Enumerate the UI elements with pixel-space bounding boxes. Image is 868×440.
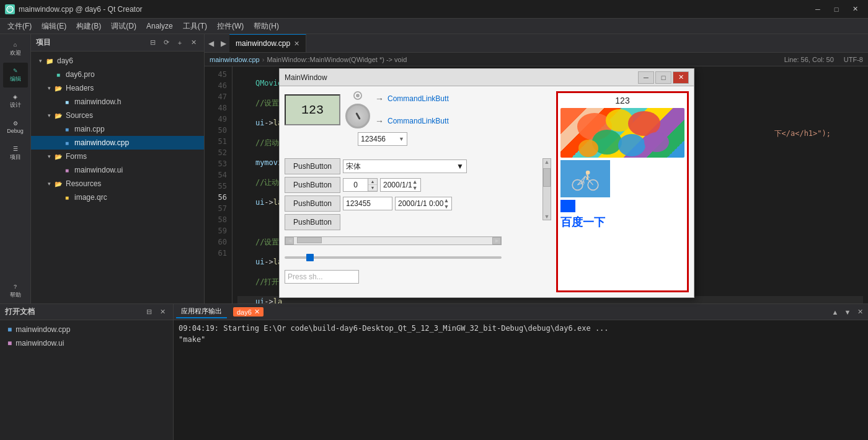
menu-analyze[interactable]: Analyze [141,20,178,32]
output-scroll-up[interactable]: ▲ [830,307,841,318]
tab-prev-button[interactable]: ◀ [205,34,217,53]
slider-thumb[interactable] [306,254,314,261]
open-doc-mainwindow-ui[interactable]: ■ mainwindow.ui [0,336,173,350]
menu-build[interactable]: 构建(B) [71,19,106,34]
sidebar-debug[interactable]: ⚙ Debug [3,115,28,140]
tab-close-mainwindow-cpp[interactable]: ✕ [294,40,299,48]
horizontal-scrollbar[interactable]: ◀ ▶ [285,236,502,245]
scrollbar-v-up[interactable]: ▲ [544,159,550,165]
spin-down-button[interactable]: ▼ [368,185,377,191]
vertical-scrollbar[interactable]: ▲ ▼ [542,158,551,220]
datetime-edit[interactable]: 2000/1/1 0:00 ▲ ▼ [395,197,452,210]
welcome-label: 欢迎 [10,49,21,57]
minimize-button[interactable]: ─ [810,3,826,16]
combo-box[interactable]: 123456 ▼ [358,132,407,146]
scrollbar-thumb-h[interactable] [297,237,322,243]
date-down-icon[interactable]: ▼ [412,185,418,191]
date-up-icon[interactable]: ▲ [412,179,418,185]
datetime-up-icon[interactable]: ▲ [443,197,449,204]
sidebar-project[interactable]: ☰ 项目 [3,141,28,166]
cmd-link-button-1[interactable]: → CommandLinkButt [375,94,449,104]
line-num-53: 53 [205,158,227,169]
tree-item-mainwindow-h[interactable]: ■ mainwindow.h [31,95,204,109]
spin-box[interactable]: 0 ▲ ▼ [343,178,378,192]
close-button[interactable]: ✕ [847,3,863,16]
tree-item-forms-label: Forms [66,152,87,161]
maximize-button[interactable]: □ [828,3,844,16]
dial-widget[interactable] [345,104,370,128]
filter-icon[interactable]: ⊟ [147,37,158,48]
tree-item-mainwindow-cpp[interactable]: ■ mainwindow.cpp [31,136,204,150]
datetime-spinners[interactable]: ▲ ▼ [443,197,449,210]
push-buttons-col: PushButton 宋体 ▼ PushButton 0 [285,158,467,230]
expand-arrow-sources: ▾ [45,112,53,119]
output-badge-close[interactable]: ✕ [254,308,260,316]
push-button-3[interactable]: PushButton [285,195,340,212]
tree-item-resources[interactable]: ▾ 📂 Resources [31,177,204,191]
editor-header: mainwindow.cpp › MainWindow::MainWindow(… [205,53,868,66]
forms-folder-icon: 📂 [53,151,63,161]
cmd-link-button-2[interactable]: → CommandLinkButt [375,116,449,126]
open-docs-filter-icon[interactable]: ⊟ [143,307,154,318]
text-input[interactable]: 123455 [343,197,392,210]
menu-debug[interactable]: 调试(D) [106,19,141,34]
colorful-blobs-svg [560,108,684,158]
tree-item-sources[interactable]: ▾ 📂 Sources [31,109,204,122]
menu-edit[interactable]: 编辑(E) [37,19,71,34]
scrollbar-v-down[interactable]: ▼ [544,213,550,220]
tree-item-main-cpp[interactable]: ■ main.cpp [31,122,204,136]
datetime-down-icon[interactable]: ▼ [443,204,449,210]
tree-item-day6[interactable]: ▾ 📁 day6 [31,54,204,68]
spin-controls[interactable]: ▲ ▼ [368,179,377,191]
key-sequence-edit[interactable]: Press sh... [285,270,359,284]
horizontal-slider[interactable] [285,251,502,264]
close-panel-icon[interactable]: ✕ [188,37,199,48]
tree-item-image-qrc[interactable]: ■ image.qrc [31,191,204,204]
dialog-minimize-button[interactable]: ─ [638,71,654,84]
dialog-divider-1 [285,150,551,155]
tree-item-mainwindow-ui[interactable]: ■ mainwindow.ui [31,163,204,177]
menu-tools[interactable]: 工具(T) [178,19,212,34]
preview-baidu-link[interactable]: 百度一下 [560,215,684,230]
output-close[interactable]: ✕ [854,307,866,318]
tree-item-forms[interactable]: ▾ 📂 Forms [31,150,204,163]
tab-next-button[interactable]: ▶ [217,34,229,53]
menu-file[interactable]: 文件(F) [2,19,37,34]
output-scroll-down[interactable]: ▼ [842,307,853,318]
date-spinners[interactable]: ▲ ▼ [412,179,418,191]
sync-icon[interactable]: ⟳ [161,37,172,48]
sidebar-edit[interactable]: ✎ 编辑 [3,63,28,88]
slider-track[interactable] [285,256,502,259]
dialog-close-button[interactable]: ✕ [673,71,689,84]
open-docs-header-icons: ⊟ ✕ [143,307,168,318]
add-icon[interactable]: + [174,37,185,48]
scrollbar-track[interactable] [294,237,492,245]
sidebar-welcome[interactable]: ⌂ 欢迎 [3,37,28,61]
tab-mainwindow-cpp[interactable]: mainwindow.cpp ✕ [229,34,306,53]
font-combo[interactable]: 宋体 ▼ [343,159,467,173]
tree-item-headers[interactable]: ▾ 📂 Headers [31,81,204,95]
tree-item-day6pro[interactable]: ■ day6.pro [31,68,204,81]
spin-up-button[interactable]: ▲ [368,179,377,185]
sidebar-help[interactable]: ? 帮助 [3,279,28,303]
push-button-2[interactable]: PushButton [285,177,340,193]
date-edit-1[interactable]: 2000/1/1 ▲ ▼ [380,178,421,192]
qrc-file-icon: ■ [62,192,72,202]
open-docs-close-icon[interactable]: ✕ [157,307,168,318]
scrollbar-right-button[interactable]: ▶ [492,237,501,245]
scrollbar-left-button[interactable]: ◀ [285,237,294,245]
font-combo-arrow-icon: ▼ [456,162,464,171]
menu-help[interactable]: 帮助(H) [249,19,284,34]
scrollbar-thumb-v[interactable] [543,168,551,187]
sidebar-design[interactable]: ◈ 设计 [3,89,28,114]
push-button-1[interactable]: PushButton [285,158,340,174]
design-icon: ◈ [13,94,17,100]
radio-button[interactable] [353,91,362,100]
open-doc-mainwindow-cpp[interactable]: ■ mainwindow.cpp [0,323,173,336]
push-button-4[interactable]: PushButton [285,214,340,230]
dialog-maximize-button[interactable]: □ [655,71,671,84]
output-tab-app[interactable]: 应用程序输出 [176,305,227,318]
menu-controls[interactable]: 控件(W) [212,19,249,34]
home-icon: ⌂ [14,42,17,48]
push-btn4-row: PushButton [285,214,467,230]
